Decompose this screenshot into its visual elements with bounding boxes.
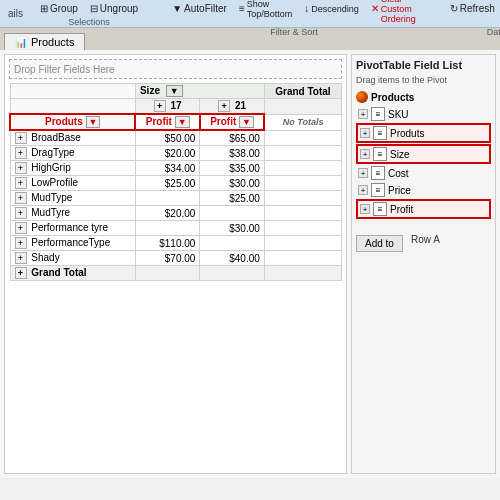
expand-row-btn[interactable]: + [15, 207, 27, 219]
row-label: + PerformanceType [10, 236, 135, 251]
profit-17-cell: $34.00 [135, 161, 199, 176]
empty-col [10, 99, 135, 115]
selections-buttons: ⊞ Group ⊟ Ungroup [35, 0, 143, 17]
field-icon: ≡ [373, 147, 387, 161]
ungroup-icon: ⊟ [90, 3, 98, 14]
expand-row-btn[interactable]: + [15, 162, 27, 174]
gt-cell [264, 130, 341, 146]
row-label: + Grand Total [10, 266, 135, 281]
field-label: Produts [390, 128, 424, 139]
table-row: + Performance tyre $30.00 [10, 221, 342, 236]
profit-21-cell [200, 266, 264, 281]
produts-filter-btn[interactable]: ▼ [86, 116, 101, 128]
profit-21-cell: $30.00 [200, 176, 264, 191]
expand-17[interactable]: + [154, 100, 166, 112]
profit-17-cell [135, 191, 199, 206]
expand-row-btn[interactable]: + [15, 237, 27, 249]
pivot-body: + BroadBase $50.00 $65.00 + DragType $20… [10, 130, 342, 281]
field-item[interactable]: + ≡ Produts [356, 123, 491, 143]
filter-sort-buttons: ▼ AutoFilter ≡ ShowTop/Bottom ↓ Descendi… [167, 0, 421, 27]
field-label: Price [388, 185, 411, 196]
field-header-row: Produts ▼ Profit ▼ Profit ▼ No Totals [10, 114, 342, 130]
table-row: + MudTyre $20.00 [10, 206, 342, 221]
drop-filter-area[interactable]: Drop Filter Fields Here [9, 59, 342, 79]
clear-icon: ✕ [371, 3, 379, 14]
table-row: + PerformanceType $110.00 [10, 236, 342, 251]
data-group: ↻ Refresh ↗ Exportto Excel Data [441, 0, 500, 37]
profit-17-cell [135, 221, 199, 236]
group-button[interactable]: ⊞ Group [35, 0, 83, 17]
ribbon-details-label: ails [8, 8, 23, 19]
profit-21-filter-btn[interactable]: ▼ [239, 116, 254, 128]
descending-button[interactable]: ↓ Descending [299, 0, 364, 17]
profit-21-cell: $38.00 [200, 146, 264, 161]
autofilter-icon: ▼ [172, 3, 182, 14]
field-icon: ≡ [373, 202, 387, 216]
field-item[interactable]: + ≡ Price [356, 182, 491, 198]
row-label: + Shady [10, 251, 135, 266]
row-label: + DragType [10, 146, 135, 161]
grand-total-sub [264, 99, 341, 115]
field-label: Size [390, 149, 409, 160]
autofilter-button[interactable]: ▼ AutoFilter [167, 0, 232, 17]
gt-cell [264, 221, 341, 236]
refresh-button[interactable]: ↻ Refresh [445, 0, 500, 17]
gt-cell [264, 191, 341, 206]
expand-row-btn[interactable]: + [15, 252, 27, 264]
expand-row-btn[interactable]: + [15, 147, 27, 159]
col-21-header: + 21 [200, 99, 264, 115]
field-list-desc: Drag items to the Pivot [356, 75, 491, 85]
field-item[interactable]: + ≡ SKU [356, 106, 491, 122]
expand-21[interactable]: + [218, 100, 230, 112]
produts-row-header[interactable]: Produts ▼ [10, 114, 135, 130]
gt-cell [264, 161, 341, 176]
products-table-label: Products [371, 92, 414, 103]
ribbon-bar: ails ⊞ Group ⊟ Ungroup Selections ▼ Auto… [0, 0, 500, 28]
field-expand-icon: + [358, 109, 368, 119]
row-a-label: Row A [411, 234, 440, 245]
field-item[interactable]: + ≡ Size [356, 144, 491, 164]
show-top-bottom-button[interactable]: ≡ ShowTop/Bottom [234, 0, 297, 22]
expand-row-btn[interactable]: + [15, 177, 27, 189]
pivot-area: Drop Filter Fields Here Size ▼ Grand Tot… [4, 54, 347, 474]
tab-icon: 📊 [15, 37, 27, 48]
add-to-button[interactable]: Add to [356, 235, 403, 252]
expand-row-btn[interactable]: + [15, 192, 27, 204]
table-row: + LowProfile $25.00 $30.00 [10, 176, 342, 191]
profit-17-cell [135, 266, 199, 281]
field-icon: ≡ [371, 166, 385, 180]
col-17-header: + 17 [135, 99, 199, 115]
profit-17-filter-btn[interactable]: ▼ [175, 116, 190, 128]
gt-cell [264, 266, 341, 281]
expand-row-btn[interactable]: + [15, 222, 27, 234]
row-label: + MudType [10, 191, 135, 206]
profit-21-cell: $35.00 [200, 161, 264, 176]
field-list-title: PivotTable Field List [356, 59, 491, 71]
products-tab[interactable]: 📊 Products [4, 33, 85, 50]
table-row: + BroadBase $50.00 $65.00 [10, 130, 342, 146]
size-dropdown-button[interactable]: ▼ [166, 85, 183, 97]
field-label: Cost [388, 168, 409, 179]
profit-21-cell [200, 206, 264, 221]
profit-21-header: Profit ▼ [200, 114, 264, 130]
expand-row-btn[interactable]: + [15, 267, 27, 279]
ungroup-button[interactable]: ⊟ Ungroup [85, 0, 143, 17]
profit-17-cell: $20.00 [135, 146, 199, 161]
field-item[interactable]: + ≡ Profit [356, 199, 491, 219]
expand-row-btn[interactable]: + [15, 132, 27, 144]
gt-cell [264, 146, 341, 161]
row-label: + HighGrip [10, 161, 135, 176]
clear-custom-ordering-button[interactable]: ✕ Clear Custom Ordering [366, 0, 421, 27]
field-item[interactable]: + ≡ Cost [356, 165, 491, 181]
row-label: + Performance tyre [10, 221, 135, 236]
field-label: SKU [388, 109, 409, 120]
data-buttons: ↻ Refresh ↗ Exportto Excel [445, 0, 500, 27]
table-row: + DragType $20.00 $38.00 [10, 146, 342, 161]
gt-cell [264, 176, 341, 191]
gt-cell [264, 206, 341, 221]
profit-17-cell: $20.00 [135, 206, 199, 221]
products-ball-icon [356, 91, 368, 103]
size-header-row: Size ▼ Grand Total [10, 84, 342, 99]
row-label: + LowProfile [10, 176, 135, 191]
table-row: + MudType $25.00 [10, 191, 342, 206]
